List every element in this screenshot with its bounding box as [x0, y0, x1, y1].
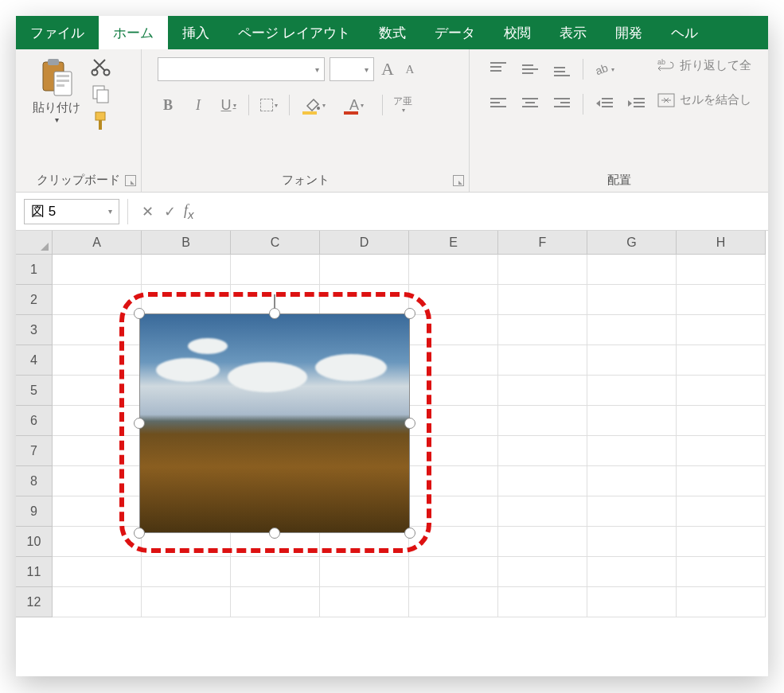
row-header[interactable]: 6 [16, 406, 53, 436]
cell[interactable] [587, 587, 677, 617]
cell[interactable] [677, 587, 766, 617]
chevron-down-icon[interactable]: ▾ [108, 207, 112, 216]
row-header[interactable]: 3 [16, 315, 53, 345]
row-header[interactable]: 2 [16, 285, 53, 315]
cell[interactable] [677, 376, 766, 406]
column-header[interactable]: F [498, 231, 587, 255]
cell[interactable] [409, 557, 498, 587]
copy-button[interactable] [89, 83, 113, 105]
inserted-picture[interactable] [139, 313, 410, 533]
clipboard-launcher[interactable] [125, 175, 136, 186]
resize-handle-nw[interactable] [134, 308, 145, 319]
cell[interactable] [53, 436, 142, 466]
cell[interactable] [677, 406, 766, 436]
resize-handle-s[interactable] [269, 528, 280, 539]
font-name-select[interactable]: ▾ [158, 57, 325, 81]
resize-handle-n[interactable] [269, 308, 280, 319]
cell[interactable] [498, 587, 587, 617]
cell[interactable] [409, 496, 498, 527]
format-painter-button[interactable] [89, 110, 113, 132]
cell[interactable] [587, 496, 677, 527]
picture-content[interactable] [139, 313, 410, 533]
cell[interactable] [677, 285, 766, 315]
cell[interactable] [409, 436, 498, 466]
borders-button[interactable]: ▾ [259, 94, 279, 116]
align-center-button[interactable] [519, 94, 541, 115]
paste-button[interactable]: 貼り付け ▾ [32, 56, 81, 124]
cell[interactable] [677, 496, 766, 527]
cell[interactable] [587, 315, 677, 345]
cell[interactable] [587, 436, 677, 466]
cell[interactable] [320, 557, 409, 587]
cell[interactable] [409, 285, 498, 315]
select-all-button[interactable] [16, 231, 53, 255]
cell[interactable] [498, 315, 587, 345]
cell[interactable] [409, 466, 498, 496]
cell[interactable] [587, 406, 677, 436]
align-left-button[interactable] [487, 94, 509, 115]
tab-help[interactable]: ヘル [657, 16, 712, 49]
cell[interactable] [677, 345, 766, 376]
font-size-select[interactable]: ▾ [330, 57, 374, 81]
cancel-formula-button[interactable]: ✕ [136, 201, 158, 223]
tab-insert[interactable]: 挿入 [168, 16, 224, 49]
resize-handle-e[interactable] [404, 418, 415, 429]
cell[interactable] [587, 527, 677, 557]
tab-home[interactable]: ホーム [99, 16, 168, 49]
cell[interactable] [498, 527, 587, 557]
decrease-font-button[interactable]: A [401, 60, 419, 79]
orientation-button[interactable]: ab▾ [593, 59, 615, 80]
cell[interactable] [53, 496, 142, 527]
cell[interactable] [409, 255, 498, 285]
row-header[interactable]: 7 [16, 436, 53, 466]
cell[interactable] [587, 345, 677, 376]
font-launcher[interactable] [453, 175, 464, 186]
row-header[interactable]: 4 [16, 345, 53, 376]
tab-formulas[interactable]: 数式 [365, 16, 420, 49]
wrap-text-button[interactable]: ab 折り返して全 [657, 57, 751, 73]
enter-formula-button[interactable]: ✓ [158, 201, 181, 223]
cell[interactable] [587, 255, 677, 285]
column-header[interactable]: A [53, 231, 142, 255]
column-header[interactable]: E [409, 231, 498, 255]
cell[interactable] [53, 406, 142, 436]
row-header[interactable]: 12 [16, 587, 53, 617]
cell[interactable] [677, 466, 766, 496]
cell[interactable] [53, 255, 142, 285]
resize-handle-w[interactable] [134, 418, 145, 429]
cell[interactable] [53, 376, 142, 406]
column-header[interactable]: D [320, 231, 409, 255]
row-header[interactable]: 8 [16, 466, 53, 496]
row-header[interactable]: 5 [16, 376, 53, 406]
cell[interactable] [677, 557, 766, 587]
chevron-down-icon[interactable]: ▾ [32, 115, 81, 124]
align-bottom-button[interactable] [551, 59, 573, 80]
cell[interactable] [231, 255, 320, 285]
cell[interactable] [320, 587, 409, 617]
phonetic-button[interactable]: ア亜▾ [392, 94, 413, 116]
cell[interactable] [53, 466, 142, 496]
align-top-button[interactable] [487, 59, 509, 80]
column-header[interactable]: C [231, 231, 320, 255]
cell[interactable] [498, 255, 587, 285]
column-header[interactable]: G [587, 231, 677, 255]
tab-data[interactable]: データ [420, 16, 490, 49]
font-color-button[interactable]: A▾ [341, 94, 372, 116]
row-header[interactable]: 11 [16, 557, 53, 587]
resize-handle-sw[interactable] [134, 528, 145, 539]
cell[interactable] [677, 255, 766, 285]
cell[interactable] [53, 557, 142, 587]
cell[interactable] [677, 436, 766, 466]
cell[interactable] [53, 527, 142, 557]
column-header[interactable]: B [142, 231, 231, 255]
tab-file[interactable]: ファイル [16, 16, 99, 49]
cell[interactable] [498, 436, 587, 466]
cell[interactable] [587, 285, 677, 315]
tab-layout[interactable]: ページ レイアウト [224, 16, 365, 49]
cell[interactable] [409, 376, 498, 406]
row-header[interactable]: 9 [16, 496, 53, 527]
italic-button[interactable]: I [188, 94, 209, 116]
cell[interactable] [677, 315, 766, 345]
cell[interactable] [231, 587, 320, 617]
insert-function-button[interactable]: fx [184, 202, 194, 221]
